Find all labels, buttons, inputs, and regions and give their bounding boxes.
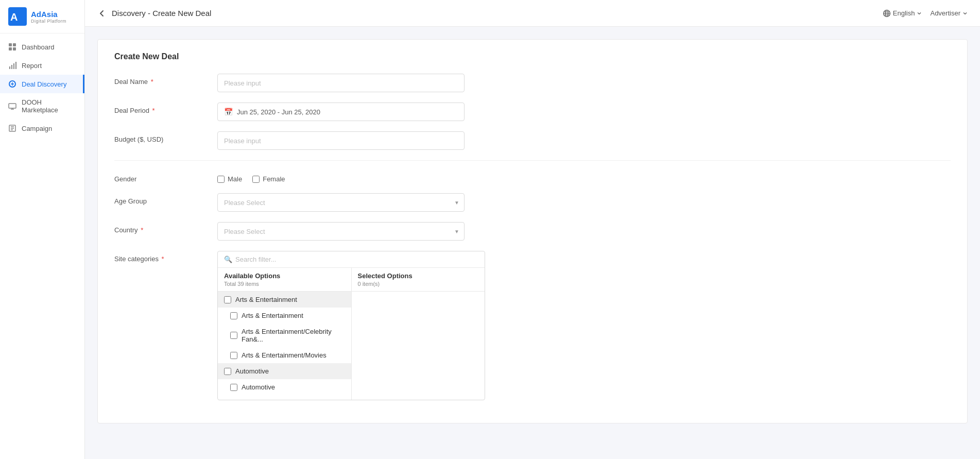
lang-chevron-icon (917, 11, 922, 16)
page-title: Discovery - Create New Deal (112, 9, 211, 18)
age-group-select-wrapper: Please Select (217, 193, 465, 212)
search-icon: 🔍 (224, 256, 232, 263)
selected-panel-header: Selected Options 0 item(s) (352, 268, 485, 292)
svg-text:A: A (10, 11, 18, 23)
calendar-icon: 📅 (224, 108, 233, 116)
selected-panel: Selected Options 0 item(s) (352, 268, 485, 400)
deal-discovery-icon (8, 80, 16, 88)
gender-female-label[interactable]: Female (252, 175, 285, 183)
age-group-label: Age Group (114, 193, 217, 205)
auto-group-checkbox[interactable] (224, 368, 231, 375)
country-control: Please Select (217, 222, 465, 241)
svg-rect-2 (9, 43, 12, 46)
deal-period-row: Deal Period * 📅 Jun 25, 2020 - Jun 25, 2… (114, 103, 951, 121)
gender-female-text: Female (263, 175, 285, 183)
age-group-control: Please Select (217, 193, 465, 212)
svg-rect-11 (9, 104, 16, 108)
list-item[interactable]: Arts & Entertainment/Celebrity Fan&... (218, 324, 351, 347)
sidebar-item-campaign[interactable]: Campaign (0, 119, 84, 138)
advertiser-label: Advertiser (930, 9, 960, 17)
sidebar-nav: Dashboard Report Deal Discovery (0, 33, 84, 459)
deal-discovery-label: Deal Discovery (22, 80, 66, 88)
category-search-input[interactable] (235, 256, 478, 263)
svg-rect-7 (11, 65, 12, 69)
logo-subtitle: Digital Platform (31, 19, 66, 24)
ae-group-label: Arts & Entertainment (235, 296, 297, 303)
language-label: English (893, 9, 915, 17)
ae-sub2-label: Arts & Entertainment/Celebrity Fan&... (242, 328, 345, 343)
deal-period-control: 📅 Jun 25, 2020 - Jun 25, 2020 (217, 103, 465, 121)
back-button[interactable] (97, 9, 107, 18)
svg-rect-4 (9, 47, 12, 50)
auto-sub2-checkbox[interactable] (230, 400, 237, 400)
deal-name-row: Deal Name * (114, 74, 951, 92)
header-right: English Advertiser (883, 9, 968, 18)
auto-sub1-label: Automotive (242, 383, 275, 391)
required-star2: * (150, 107, 155, 114)
auto-sub1-checkbox[interactable] (230, 384, 237, 391)
list-item[interactable]: Arts & Entertainment (218, 308, 351, 324)
available-panel: Available Options Total 39 items Arts & … (218, 268, 352, 400)
globe-icon (883, 9, 891, 18)
logo-icon: A (8, 7, 27, 26)
svg-rect-6 (9, 66, 10, 69)
deal-period-label: Deal Period * (114, 103, 217, 114)
deal-period-input[interactable]: 📅 Jun 25, 2020 - Jun 25, 2020 (217, 103, 465, 121)
country-label: Country * (114, 222, 217, 234)
country-select[interactable]: Please Select (217, 222, 465, 241)
report-icon (8, 61, 16, 70)
gender-female-checkbox[interactable] (252, 176, 260, 183)
sidebar-item-deal-discovery[interactable]: Deal Discovery (0, 75, 84, 93)
ae-group-checkbox[interactable] (224, 296, 231, 303)
available-panel-title: Available Options (224, 272, 345, 280)
gender-group: Male Female (217, 171, 465, 183)
gender-male-label[interactable]: Male (217, 175, 242, 183)
dashboard-label: Dashboard (22, 43, 55, 51)
svg-rect-3 (13, 43, 16, 46)
deal-name-control (217, 74, 465, 92)
list-item[interactable]: Automotive/Buying & Selling... (218, 395, 351, 400)
gender-control: Male Female (217, 171, 465, 183)
advertiser-chevron-icon (962, 11, 968, 16)
gender-male-checkbox[interactable] (217, 176, 225, 183)
logo-brand: AdAsia (31, 10, 66, 19)
available-panel-count: Total 39 items (224, 281, 345, 287)
svg-rect-8 (13, 63, 14, 69)
ae-sub3-checkbox[interactable] (230, 352, 237, 359)
report-label: Report (22, 62, 42, 70)
auto-group-label: Automotive (235, 367, 269, 375)
deal-name-input[interactable] (217, 74, 465, 92)
list-item[interactable]: Arts & Entertainment (218, 292, 351, 308)
campaign-icon (8, 124, 16, 132)
ae-sub2-checkbox[interactable] (230, 332, 237, 339)
deal-period-value: Jun 25, 2020 - Jun 25, 2020 (237, 108, 320, 116)
form-card: Create New Deal Deal Name * Deal Period … (97, 39, 968, 423)
sidebar-item-report[interactable]: Report (0, 56, 84, 75)
gender-row: Gender Male Female (114, 171, 951, 183)
list-item[interactable]: Automotive (218, 363, 351, 379)
age-group-select[interactable]: Please Select (217, 193, 465, 212)
sidebar-item-dooh-marketplace[interactable]: DOOH Marketplace (0, 93, 84, 119)
ae-sub1-label: Arts & Entertainment (242, 312, 303, 319)
country-select-wrapper: Please Select (217, 222, 465, 241)
auto-sub2-label: Automotive/Buying & Selling... (242, 399, 331, 400)
required-star3: * (139, 226, 144, 234)
ae-sub3-label: Arts & Entertainment/Movies (242, 351, 326, 359)
budget-label: Budget ($, USD) (114, 131, 217, 143)
advertiser-button[interactable]: Advertiser (930, 9, 968, 17)
required-star4: * (160, 255, 164, 263)
list-item[interactable]: Arts & Entertainment/Movies (218, 347, 351, 363)
budget-row: Budget ($, USD) (114, 131, 951, 150)
sidebar-item-dashboard[interactable]: Dashboard (0, 38, 84, 56)
gender-male-text: Male (228, 175, 242, 183)
options-panels: Available Options Total 39 items Arts & … (218, 268, 485, 400)
ae-sub1-checkbox[interactable] (230, 312, 237, 319)
budget-input[interactable] (217, 131, 465, 150)
country-row: Country * Please Select (114, 222, 951, 241)
language-button[interactable]: English (883, 9, 922, 18)
budget-control (217, 131, 465, 150)
list-item[interactable]: Automotive (218, 379, 351, 395)
selected-panel-count: 0 item(s) (358, 281, 479, 287)
header-left: Discovery - Create New Deal (97, 9, 211, 18)
section-divider (114, 160, 951, 161)
